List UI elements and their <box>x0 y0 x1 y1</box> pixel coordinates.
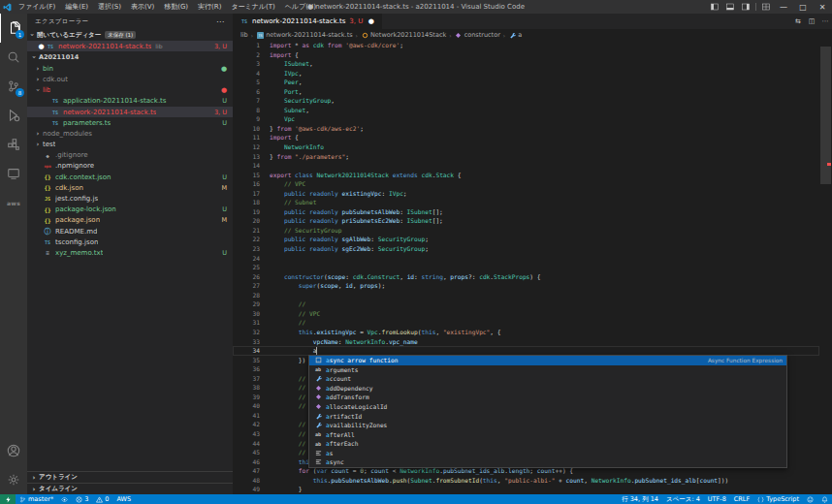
code-line-1[interactable]: 1import * as cdk from '@aws-cdk/core'; <box>233 41 819 50</box>
code-line-29[interactable]: 29 // <box>233 299 819 309</box>
suggest-item-afterAll[interactable]: abafterAll <box>309 429 786 439</box>
dirty-indicator-icon[interactable]: ● <box>367 17 375 25</box>
split-editor-icon[interactable]: ◫ <box>805 17 818 25</box>
gitlens-eye-icon[interactable] <box>57 494 72 504</box>
status-3[interactable]: 3 <box>72 494 92 504</box>
code-line-20[interactable]: 20 public readonly priSubnetsEc2Web: ISu… <box>233 216 819 226</box>
breadcrumb-item-Network20211014Stack[interactable]: Network20211014Stack <box>361 31 446 39</box>
tree-item-package-lock-json[interactable]: {}package-lock.jsonU <box>27 205 233 215</box>
suggest-item-allocateLogicalId[interactable]: allocateLogicalId <box>309 402 786 412</box>
settings-icon[interactable] <box>0 465 27 494</box>
toggle-sidebar-icon[interactable] <box>707 0 722 14</box>
dirty-indicator-icon[interactable]: ● <box>37 43 46 50</box>
code-line-33[interactable]: 33 vpcName: NetworkInfo.vpc_name <box>233 337 819 347</box>
code-line-6[interactable]: 6 Port, <box>233 87 819 97</box>
status--4[interactable]: スペース: 4 <box>662 494 704 504</box>
code-line-8[interactable]: 8 Subnet, <box>233 106 819 115</box>
remote-explorer-icon[interactable] <box>0 159 27 188</box>
open-editor-item[interactable]: ●TSnetwork-20211014-stack.tslib3, U <box>27 41 233 51</box>
suggest-item-account[interactable]: account <box>309 374 786 384</box>
code-line-25[interactable]: 25 <box>233 263 819 272</box>
status--34-14[interactable]: 行 34, 列 14 <box>618 494 662 504</box>
menu-実[interactable]: 実行(R) <box>193 0 226 14</box>
suggest-item-as[interactable]: as <box>309 448 786 457</box>
tree-item-jest-config-js[interactable]: JSjest.config.js <box>27 193 233 204</box>
code-line-3[interactable]: 3 ISubnet, <box>233 59 819 69</box>
toggle-panel-icon[interactable] <box>722 0 738 14</box>
code-line-23[interactable]: 23 public readonly sgEc2Web: SecurityGro… <box>233 244 819 254</box>
run-debug-icon[interactable] <box>0 101 27 130</box>
code-line-16[interactable]: 16 // VPC <box>233 179 819 189</box>
menu-フ[interactable]: ファイル(F) <box>14 0 60 14</box>
status-utf-8[interactable]: UTF-8 <box>704 494 730 504</box>
code-line-47[interactable]: 47 for (var count = 0; count < NetworkIn… <box>233 466 819 476</box>
tree-item-xyz-memo-txt[interactable]: ≡xyz_memo.txtU <box>27 247 233 258</box>
code-line-19[interactable]: 19 public readonly pubSubnetsAlbWeb: ISu… <box>233 207 819 217</box>
tree-item--npmignore[interactable]: npm.npmignore <box>27 161 233 172</box>
status-aws[interactable]: AWS <box>112 494 135 504</box>
suggest-item-async[interactable]: async <box>309 457 786 467</box>
account-icon[interactable] <box>0 436 27 465</box>
extensions-icon[interactable] <box>0 130 27 159</box>
suggest-item-artifactId[interactable]: artifactId <box>309 411 786 421</box>
code-line-17[interactable]: 17 public readonly existingVpc: IVpc; <box>233 189 819 199</box>
tree-item-tsconfig-json[interactable]: TStsconfig.json <box>27 236 233 247</box>
code-line-31[interactable]: 31 // <box>233 318 819 328</box>
feedback-icon[interactable] <box>803 494 817 504</box>
aws-icon[interactable]: aws <box>0 188 27 217</box>
code-line-5[interactable]: 5 Peer, <box>233 78 819 87</box>
code-line-49[interactable]: 49 } <box>233 485 819 494</box>
tree-item-package-json[interactable]: {}package.jsonM <box>27 215 233 226</box>
menu-ヘ[interactable]: ヘルプ(H) <box>280 0 321 14</box>
breadcrumb-item-network-20211014-stack-ts[interactable]: TSnetwork-20211014-stack.ts <box>256 31 352 39</box>
code-line-14[interactable]: 14 <box>233 161 819 171</box>
code-line-9[interactable]: 9 Vpc <box>233 114 819 124</box>
code-line-22[interactable]: 22 public readonly sgAlbWeb: SecurityGro… <box>233 235 819 244</box>
code-line-21[interactable]: 21 // SecurityGroup <box>233 226 819 236</box>
tree-item-cdk-json[interactable]: {}cdk.jsonM <box>27 182 233 193</box>
open-editors-section-header[interactable]: › 開いているエディター 未保存 (1) <box>27 29 233 41</box>
code-line-24[interactable]: 24 <box>233 254 819 264</box>
menu-タ[interactable]: ターミナル(T) <box>226 0 279 14</box>
tree-folder-bin[interactable]: ›bin● <box>27 63 233 74</box>
project-section-header[interactable]: › A20211014 <box>27 51 233 63</box>
suggest-item-availabilityZones[interactable]: availabilityZones <box>309 421 786 430</box>
code-line-27[interactable]: 27 super(scope, id, props); <box>233 281 819 291</box>
code-line-2[interactable]: 2import { <box>233 50 819 60</box>
open-changes-icon[interactable]: ⇆ <box>791 17 805 25</box>
timeline-section-header[interactable]: › タイムライン <box>27 483 233 494</box>
code-line-10[interactable]: 10} from '@aws-cdk/aws-ec2'; <box>233 124 819 134</box>
code-line-7[interactable]: 7 SecurityGroup, <box>233 96 819 106</box>
suggest-item-arguments[interactable]: abarguments <box>309 365 786 375</box>
source-control-icon[interactable]: 8 <box>0 72 27 101</box>
menu-選[interactable]: 選択(S) <box>93 0 126 14</box>
outline-section-header[interactable]: › アウトライン <box>27 471 233 483</box>
status-0[interactable]: 0 <box>92 494 112 504</box>
breadcrumb-item-constructor[interactable]: constructor <box>455 31 500 39</box>
tree-item--gitignore[interactable]: ◆.gitignore <box>27 150 233 161</box>
code-line-13[interactable]: 13} from "./parameters"; <box>233 152 819 162</box>
explorer-icon[interactable]: 1 <box>0 14 27 43</box>
customize-layout-icon[interactable] <box>758 0 774 14</box>
editor-scrollbar[interactable] <box>819 41 832 494</box>
breadcrumb-item-lib[interactable]: lib <box>240 31 248 39</box>
suggest-item-addTransform[interactable]: addTransform <box>309 393 786 402</box>
tree-folder-cdk-out[interactable]: ›cdk.out <box>27 74 233 84</box>
tab-network-stack[interactable]: TS network-20211014-stack.ts 3, U ● <box>233 14 383 29</box>
tree-item-cdk-context-json[interactable]: {}cdk.context.jsonU <box>27 172 233 182</box>
status-crlf[interactable]: CRLF <box>730 494 753 504</box>
notifications-bell-icon[interactable] <box>817 494 832 504</box>
tree-item-application-20211014-stack-ts[interactable]: TSapplication-20211014-stack.tsU <box>27 96 233 107</box>
tree-folder-test[interactable]: ›test <box>27 140 233 150</box>
code-line-18[interactable]: 18 // Subnet <box>233 198 819 207</box>
tree-item-parameters-ts[interactable]: TSparameters.tsU <box>27 117 233 128</box>
explorer-more-actions-icon[interactable]: ⋯ <box>216 17 225 26</box>
menu-移[interactable]: 移動(G) <box>159 0 193 14</box>
search-icon[interactable] <box>0 43 27 72</box>
breadcrumb-item-a[interactable]: a <box>508 31 522 39</box>
status-typescript[interactable]: TypeScript <box>753 494 803 504</box>
code-line-48[interactable]: 48 this.pubSubnetsAlbWeb.push(Subnet.fro… <box>233 476 819 486</box>
code-line-30[interactable]: 30 // VPC <box>233 309 819 319</box>
maximize-button[interactable]: □ <box>793 0 813 14</box>
code-line-11[interactable]: 11import { <box>233 133 819 142</box>
